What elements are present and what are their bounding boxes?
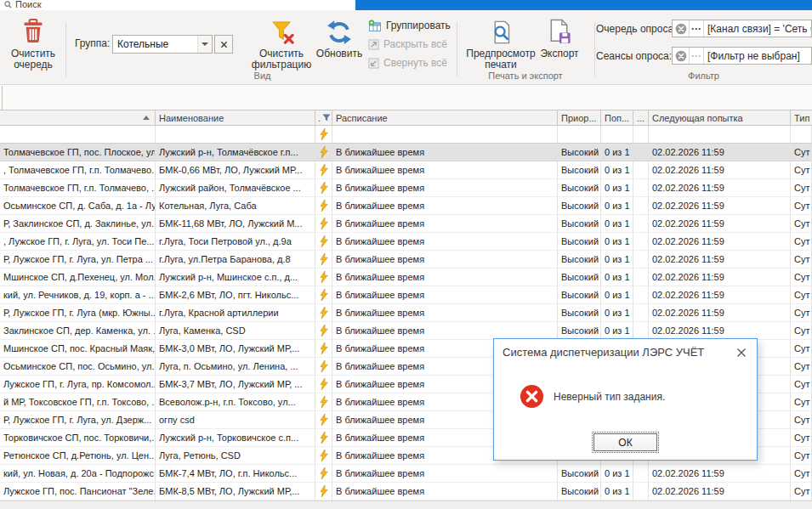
table-row[interactable]: , Лужское ГП, г. Луга, ул. Тоси Пе...г.Л…	[0, 233, 812, 251]
next-attempt-cell[interactable]: 02.02.2026 11:59	[649, 483, 791, 501]
address-cell[interactable]: кий, ул. Речников, д. 19, корп. а - ...	[0, 286, 156, 304]
attempts-cell[interactable]: 0 из 1	[601, 304, 633, 322]
task-icon-cell[interactable]	[315, 269, 332, 286]
poll-sessions-filter-value[interactable]: [Фильтр не выбран]	[704, 48, 811, 64]
column-header-dots[interactable]: ...	[633, 110, 649, 126]
address-cell[interactable]: , Лужское ГП, г. Луга, ул. Тоси Пе...	[0, 233, 156, 251]
column-header-next-attempt[interactable]: Следующая попытка	[649, 110, 791, 126]
name-cell[interactable]: Лужский р-н, Мшинское с.п., д...	[156, 269, 315, 286]
task-icon-cell[interactable]	[315, 197, 332, 215]
dialog-close-button[interactable]	[735, 347, 747, 358]
next-attempt-cell[interactable]: 02.02.2026 11:59	[649, 465, 791, 483]
name-cell[interactable]: Луга, п. Осьмино, ул. Ленина, ...	[156, 358, 315, 376]
task-icon-cell[interactable]	[315, 322, 332, 340]
filter-funnel-icon[interactable]	[322, 114, 331, 122]
type-cell[interactable]: Сут	[791, 197, 812, 215]
type-cell[interactable]: Сут	[791, 447, 812, 465]
name-cell[interactable]: БМК-7,4 МВт, ЛО, г.п. Никольс...	[156, 465, 315, 483]
schedule-cell[interactable]: В ближайшее время	[332, 269, 558, 286]
poll-sessions-browse-button[interactable]: ···	[690, 48, 704, 64]
dots-cell[interactable]	[633, 286, 649, 304]
task-icon-cell[interactable]	[315, 393, 332, 411]
dots-cell[interactable]	[633, 161, 649, 179]
type-cell[interactable]: Сут	[791, 465, 812, 483]
address-cell[interactable]: Заклинское СП, дер. Каменка, ул. ...	[0, 322, 156, 340]
next-attempt-cell[interactable]: 02.02.2026 11:59	[649, 251, 791, 269]
table-row[interactable]: Толмачевское ГП, пос. Плоское, ул...Лужс…	[0, 144, 812, 161]
attempts-cell[interactable]: 0 из 1	[601, 144, 633, 161]
clear-queue-button[interactable]: Очистить очередь	[3, 14, 63, 71]
next-attempt-cell[interactable]: 02.02.2026 11:59	[649, 269, 791, 286]
schedule-cell[interactable]: В ближайшее время	[332, 179, 558, 197]
poll-queue-filter-value[interactable]: [Канал связи] = 'Сеть GSM	[704, 20, 811, 37]
refresh-button[interactable]: Обновить	[314, 14, 365, 59]
address-cell[interactable]: Мшинское СП, пос. Красный Маяк, ...	[0, 340, 156, 358]
grouping-button[interactable]: Группировать	[368, 19, 451, 32]
poll-sessions-clear-button[interactable]	[673, 48, 690, 64]
next-attempt-cell[interactable]: 02.02.2026 11:59	[649, 322, 791, 340]
poll-queue-filter-control[interactable]: ··· [Канал связи] = 'Сеть GSM	[672, 20, 812, 37]
attempts-cell[interactable]: 0 из 1	[601, 197, 633, 215]
address-cell[interactable]: Ретюнское СП, д.Ретюнь, ул. Цен...	[0, 447, 156, 465]
column-header-name[interactable]: Наименование	[156, 110, 315, 126]
priority-cell[interactable]: Высокий	[558, 483, 601, 501]
task-icon-cell[interactable]	[315, 233, 332, 251]
next-attempt-cell[interactable]: 02.02.2026 11:59	[649, 179, 791, 197]
type-cell[interactable]: Сут	[791, 358, 812, 376]
table-row[interactable]: Р, Заклинское СП, д. Заклинье, ул...БМК-…	[0, 215, 812, 233]
column-header-address[interactable]	[0, 110, 156, 126]
table-row[interactable]: Мшинское СП, д.Пехенец, ул. Мол...Лужски…	[0, 269, 812, 286]
next-attempt-cell[interactable]: 02.02.2026 11:59	[649, 286, 791, 304]
task-icon-cell[interactable]	[315, 376, 332, 393]
type-cell[interactable]: Сут	[791, 286, 812, 304]
column-header-schedule[interactable]: Расписание	[332, 110, 558, 126]
address-cell[interactable]: Толмачевское ГП, г.п. Толмачево, ...	[0, 179, 156, 197]
type-cell[interactable]: Сут	[791, 340, 812, 358]
dots-cell[interactable]	[633, 465, 649, 483]
name-cell[interactable]: БМК-0,66 МВт, ЛО, Лужский МР...	[156, 161, 315, 179]
schedule-cell[interactable]: В ближайшее время	[332, 286, 558, 304]
column-header-priority[interactable]: Приор...	[558, 110, 601, 126]
filter-cell-name[interactable]	[156, 126, 315, 144]
priority-cell[interactable]: Высокий	[558, 179, 601, 197]
dots-cell[interactable]	[633, 483, 649, 501]
address-cell[interactable]: Толмачевское ГП, пос. Плоское, ул...	[0, 144, 156, 161]
attempts-cell[interactable]: 0 из 1	[601, 215, 633, 233]
ok-button[interactable]: ОК	[592, 432, 659, 453]
task-icon-cell[interactable]	[315, 429, 332, 447]
column-header-attempts[interactable]: Поп...	[601, 110, 633, 126]
task-icon-cell[interactable]	[315, 304, 332, 322]
priority-cell[interactable]: Высокий	[558, 304, 601, 322]
filter-cell-task[interactable]	[315, 126, 332, 144]
dots-cell[interactable]	[633, 197, 649, 215]
task-icon-cell[interactable]	[315, 286, 332, 304]
attempts-cell[interactable]: 0 из 1	[601, 161, 633, 179]
schedule-cell[interactable]: В ближайшее время	[332, 304, 558, 322]
name-cell[interactable]: Котельная, Луга, Саба	[156, 197, 315, 215]
name-cell[interactable]: г.Луга, Тоси Петровой ул., д.9а	[156, 233, 315, 251]
name-cell[interactable]: БМК-3,7 МВт, ЛО, Лужский МР, ...	[156, 376, 315, 393]
schedule-cell[interactable]: В ближайшее время	[332, 465, 558, 483]
expand-all-button[interactable]: Раскрыть всё	[368, 37, 447, 51]
address-cell[interactable]: Лужское ГП, пос. Пансионат "Зеле...	[0, 483, 156, 501]
priority-cell[interactable]: Высокий	[558, 215, 601, 233]
task-icon-cell[interactable]	[315, 447, 332, 465]
table-row[interactable]: Лужское ГП, пос. Пансионат "Зеле...БМК-8…	[0, 483, 812, 501]
dots-cell[interactable]	[633, 215, 649, 233]
type-cell[interactable]: Сут	[791, 322, 812, 340]
table-row[interactable]: Осьминское СП, д. Саба, д. 1а - Лу...Кот…	[0, 197, 812, 215]
dots-cell[interactable]	[633, 233, 649, 251]
address-cell[interactable]: кий, ул. Новая, д. 20а - Подпорожс...	[0, 465, 156, 483]
next-attempt-cell[interactable]: 02.02.2026 11:59	[649, 197, 791, 215]
table-row[interactable]: Заклинское СП, дер. Каменка, ул. ...Луга…	[0, 322, 812, 340]
task-icon-cell[interactable]	[315, 144, 332, 161]
priority-cell[interactable]: Высокий	[558, 144, 601, 161]
attempts-cell[interactable]: 0 из 1	[601, 322, 633, 340]
combo-dropdown-button[interactable]	[197, 36, 212, 53]
dots-cell[interactable]	[633, 304, 649, 322]
priority-cell[interactable]: Высокий	[558, 322, 601, 340]
export-button[interactable]: Экспорт	[535, 14, 584, 59]
group-combobox[interactable]: Котельные	[112, 35, 213, 54]
priority-cell[interactable]: Высокий	[558, 197, 601, 215]
address-cell[interactable]: Р, Лужское ГП, г. Луга, ул. Дзерж...	[0, 411, 156, 429]
